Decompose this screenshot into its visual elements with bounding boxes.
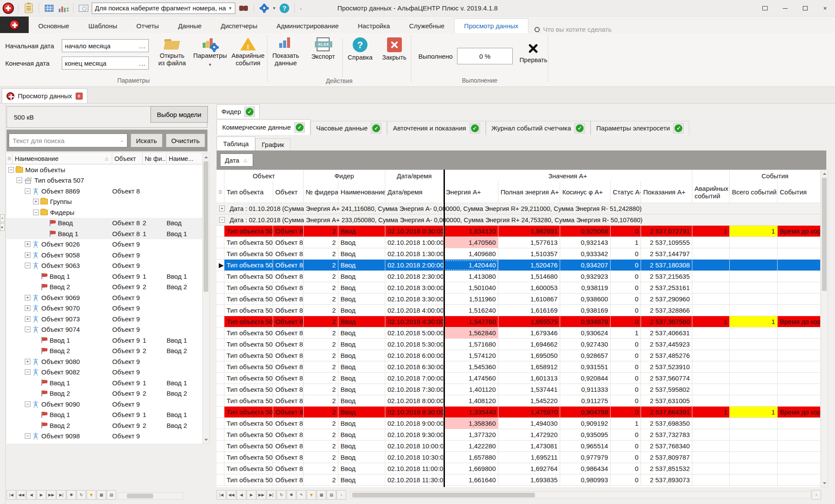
- tree-vertical-scrollbar[interactable]: [202, 153, 210, 444]
- tree-row[interactable]: Ввод 1Объект 91Ввод 1: [7, 377, 202, 388]
- table-row[interactable]: Тип объекта 50Объект 882Ввод02.10.2018 1…: [217, 463, 820, 474]
- grid-hscroll-right-icon[interactable]: ›: [812, 490, 821, 500]
- tree-col-object[interactable]: Объект: [112, 153, 143, 164]
- ribbon-tab-9[interactable]: Просмотр данных: [454, 18, 528, 33]
- grid-pager-next-page-button[interactable]: ▶▶: [257, 490, 266, 500]
- grid-pager-last-button[interactable]: ▶|: [267, 490, 276, 500]
- grid-vertical-scrollbar[interactable]: [821, 170, 828, 487]
- tree-row[interactable]: Ввод 2Объект 92Ввод 2: [7, 346, 202, 357]
- tree-row[interactable]: +Объект 9070Объект 9: [7, 303, 202, 314]
- grid-pager-prev-button[interactable]: ◀: [237, 490, 246, 500]
- hdr-fider-group[interactable]: Фидер: [304, 170, 385, 181]
- open-from-file-button[interactable]: Открытьиз файла: [153, 37, 191, 67]
- group-by-chip-date[interactable]: Дата △: [220, 154, 253, 167]
- tree-col-name[interactable]: Наименование△: [13, 153, 112, 164]
- tellme-search[interactable]: Что вы хотите сделать: [534, 26, 611, 33]
- table-row[interactable]: Тип объекта 50Объект 882Ввод02.10.2018 0…: [217, 226, 820, 237]
- end-date-input[interactable]: конец месяца ...: [62, 57, 149, 70]
- model-select-button[interactable]: Выбор модели: [150, 106, 208, 123]
- table-row[interactable]: Тип объекта 50Объект 882Ввод02.10.2018 6…: [217, 361, 820, 373]
- binoculars-icon[interactable]: [238, 3, 249, 14]
- dock-arrow-button[interactable]: ▸: [0, 223, 5, 231]
- collapse-icon[interactable]: −: [25, 188, 30, 194]
- hdr-values-group[interactable]: Значения A+: [444, 170, 692, 181]
- tree-row[interactable]: −Объект 9074Объект 9: [7, 324, 202, 335]
- start-date-input[interactable]: начало месяца ...: [62, 39, 149, 52]
- view-tab-1[interactable]: Таблица: [217, 137, 255, 150]
- tree-pager-first-button[interactable]: |◀: [7, 490, 16, 500]
- hdr-feeder-num[interactable]: № фидера: [304, 181, 338, 203]
- table-row[interactable]: Тип объекта 50Объект 882Ввод02.10.2018 1…: [217, 452, 820, 463]
- hdr-energy[interactable]: Энергия A+: [444, 181, 498, 203]
- hdr-total-events[interactable]: Всего событий: [730, 181, 778, 203]
- tree-row[interactable]: −Объект 9098Объект 9: [7, 431, 202, 442]
- tree-row[interactable]: +Объект 9080Объект 9: [7, 356, 202, 367]
- table-row[interactable]: Тип объекта 50Объект 882Ввод02.10.2018 3…: [217, 294, 820, 305]
- maximize-icon[interactable]: [795, 0, 815, 17]
- tree-row[interactable]: ВводОбъект 82Ввод: [7, 218, 202, 229]
- tree-row[interactable]: Ввод 1Объект 91Ввод 1: [7, 410, 202, 421]
- hdr-full-energy[interactable]: Полная энергия A+: [498, 181, 560, 203]
- expand-icon[interactable]: +: [25, 252, 30, 258]
- tree-pager-grid-plus-button[interactable]: ▦: [97, 490, 106, 500]
- tree-pager-next-button[interactable]: ▶: [37, 490, 46, 500]
- tree-col-feeder-name[interactable]: Наиме...: [167, 153, 201, 164]
- tree-row[interactable]: Ввод 2Объект 92Ввод 2: [7, 282, 202, 293]
- collapse-icon[interactable]: −: [25, 369, 30, 375]
- grid-pager-refresh-button[interactable]: ↻: [277, 490, 286, 500]
- end-date-browse-button[interactable]: ...: [139, 60, 146, 67]
- close-view-button[interactable]: Закрыть: [377, 37, 411, 61]
- grid-pager-grid-plus-button[interactable]: ▦: [317, 490, 326, 500]
- bar-chart-sum-icon[interactable]: Σ: [57, 3, 69, 14]
- ribbon-tab-1[interactable]: Основные: [29, 19, 79, 33]
- tree-row[interactable]: +Объект 9058Объект 9: [7, 250, 202, 260]
- tree-row[interactable]: +Объект 9069Объект 9: [7, 292, 202, 303]
- collapse-icon[interactable]: −: [219, 217, 225, 223]
- tree-col-feeder-num[interactable]: № фи...: [143, 153, 167, 164]
- hdr-datetime[interactable]: Дата/время: [385, 181, 444, 203]
- grid-pager-first-button[interactable]: |◀: [217, 490, 226, 500]
- tree-pager-refresh-button[interactable]: ↻: [77, 490, 86, 500]
- table-row[interactable]: Тип объекта 50Объект 882Ввод02.10.2018 5…: [217, 339, 820, 350]
- abort-button[interactable]: Прервать: [519, 37, 548, 64]
- grid-pager-prev-page-button[interactable]: ◀◀: [227, 490, 236, 500]
- hdr-object-group[interactable]: Объект: [224, 170, 304, 181]
- table-row[interactable]: Тип объекта 50Объект 882Ввод02.10.2018 4…: [217, 316, 820, 327]
- scrollbar-thumb[interactable]: [204, 161, 208, 292]
- collapse-icon[interactable]: −: [25, 433, 30, 439]
- collapse-icon[interactable]: −: [25, 263, 30, 268]
- grid-hscroll-left-icon[interactable]: ‹: [337, 490, 346, 500]
- collapse-icon[interactable]: −: [8, 167, 14, 173]
- tree-pager-filter-button[interactable]: ▼: [87, 490, 96, 500]
- subtab-5[interactable]: Параметры электросети✓: [591, 121, 689, 135]
- number-search-combobox[interactable]: Для поиска наберите фрагмент номера, на …: [92, 3, 235, 14]
- table-row[interactable]: Тип объекта 50Объект 882Ввод02.10.2018 5…: [217, 327, 820, 339]
- grid-pager-edit-button[interactable]: ✎: [297, 490, 306, 500]
- tree-search-input[interactable]: Текст для поиска ⌄: [9, 134, 127, 147]
- group-row[interactable]: +Дата : 01.10.2018 (Сумма Энергия A+ 241…: [217, 203, 820, 214]
- group-row[interactable]: −Дата : 02.10.2018 (Сумма Энергия A+ 233…: [217, 214, 820, 226]
- dock-pin-button[interactable]: +: [0, 214, 5, 222]
- table-row[interactable]: Тип объекта 50Объект 882Ввод02.10.2018 2…: [217, 271, 820, 282]
- table-row[interactable]: Тип объекта 50Объект 882Ввод02.10.2018 1…: [217, 248, 820, 260]
- tree-row[interactable]: −Объект 9082Объект 9: [7, 367, 202, 378]
- scrollbar-thumb[interactable]: [127, 494, 153, 498]
- collapse-icon[interactable]: −: [25, 327, 30, 332]
- expand-icon[interactable]: +: [25, 241, 30, 247]
- tree-row[interactable]: −Объект 9090Объект 9: [7, 399, 202, 410]
- hdr-events-group[interactable]: События: [730, 170, 820, 181]
- grid-pager-next-button[interactable]: ▶: [247, 490, 256, 500]
- expand-icon[interactable]: +: [25, 305, 30, 311]
- hdr-cosine[interactable]: Косинус φ A+: [560, 181, 611, 203]
- subtab-1[interactable]: Коммерческие данные✓: [217, 119, 311, 135]
- tree-row[interactable]: Ввод 1Объект 91Ввод 1: [7, 335, 202, 346]
- minimize-icon[interactable]: [775, 0, 795, 17]
- document-close-icon[interactable]: x: [76, 93, 83, 100]
- hdr-status[interactable]: Статус A+: [611, 181, 641, 203]
- parameters-button[interactable]: Параметры ▼: [191, 37, 229, 69]
- hdr-datetime-group[interactable]: Дата/время: [385, 170, 444, 181]
- collapse-icon[interactable]: −: [33, 210, 39, 215]
- ribbon-tab-4[interactable]: Данные: [168, 19, 211, 33]
- tree-row[interactable]: Ввод 1Объект 91Ввод 1: [7, 441, 202, 444]
- gear-icon[interactable]: [258, 3, 270, 14]
